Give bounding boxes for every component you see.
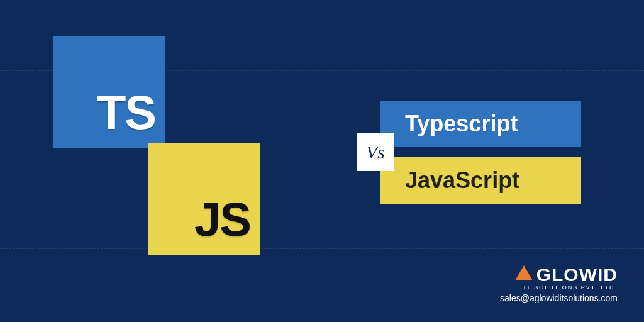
typescript-tile: TS (53, 36, 165, 148)
vs-text: Vs (366, 142, 385, 163)
typescript-label-bar: Typescript (380, 101, 581, 147)
javascript-tile-label: JS (194, 192, 250, 247)
vs-badge: Vs (357, 133, 394, 171)
javascript-tile: JS (148, 143, 260, 255)
brand-email: sales@aglowiditsolutions.com (500, 293, 618, 303)
brand-block: GLOWID IT SOLUTIONS PVT. LTD. sales@aglo… (500, 264, 618, 303)
brand-subtitle: IT SOLUTIONS PVT. LTD. (500, 284, 618, 291)
typescript-label-text: Typescript (405, 111, 518, 137)
javascript-label-text: JavaScript (405, 167, 519, 194)
typescript-tile-label: TS (97, 85, 155, 140)
divider-line (0, 248, 644, 249)
brand-logo: GLOWID (500, 264, 618, 286)
brand-name: GLOWID (536, 264, 618, 286)
javascript-label-bar: JavaScript (380, 157, 581, 204)
brand-triangle-icon (515, 265, 533, 280)
